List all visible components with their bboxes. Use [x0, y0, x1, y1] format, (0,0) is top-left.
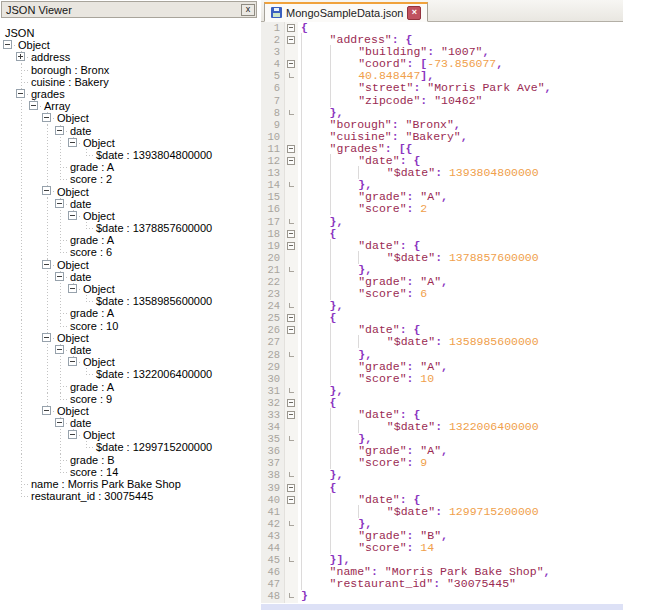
code-line[interactable]: 48} [261, 590, 623, 602]
line-number: 6 [261, 82, 284, 94]
tree-label: grade : A [68, 234, 114, 246]
tree-leaf[interactable]: grade : B [3, 454, 258, 466]
code-line[interactable]: 29 "grade": "A", [261, 361, 623, 373]
fold-collapse-icon[interactable] [287, 36, 295, 44]
fold-margin [284, 203, 298, 215]
tree-indent [55, 356, 68, 368]
tree-leaf[interactable]: cuisine : Bakery [3, 76, 258, 88]
tree-leaf[interactable]: grade : A [3, 307, 258, 319]
fold-collapse-icon[interactable] [287, 60, 295, 68]
collapse-icon[interactable] [16, 89, 25, 98]
fold-collapse-icon[interactable] [287, 145, 295, 153]
tree-leaf[interactable]: $date : 1378857600000 [3, 222, 258, 234]
collapse-icon[interactable] [55, 199, 64, 208]
fold-collapse-icon[interactable] [287, 157, 295, 165]
tree-leaf[interactable]: $date : 1299715200000 [3, 441, 258, 453]
tree-node[interactable]: Array [3, 100, 258, 112]
collapse-icon[interactable] [68, 211, 77, 220]
tree-label: address [29, 51, 70, 63]
fold-collapse-icon[interactable] [287, 314, 295, 322]
collapse-icon[interactable] [55, 126, 64, 135]
tree-leaf[interactable]: grade : A [3, 161, 258, 173]
tree-label: score : 2 [68, 173, 112, 185]
tree-leaf[interactable]: grade : A [3, 234, 258, 246]
panel-close-button[interactable]: x [241, 4, 255, 16]
fold-collapse-icon[interactable] [287, 496, 295, 504]
fold-collapse-icon[interactable] [287, 326, 295, 334]
tree-indent [16, 441, 29, 453]
fold-collapse-icon[interactable] [287, 411, 295, 419]
tree-node[interactable]: Object [3, 405, 258, 417]
tree-node[interactable]: date [3, 198, 258, 210]
tree-node[interactable]: Object [3, 259, 258, 271]
code-line[interactable]: 39 { [261, 482, 623, 494]
fold-margin [284, 530, 298, 542]
tree-node[interactable]: date [3, 344, 258, 356]
tree-node[interactable]: address [3, 51, 258, 63]
tree-node[interactable]: date [3, 271, 258, 283]
collapse-icon[interactable] [42, 333, 51, 342]
tab-mongosampledata[interactable]: MongoSampleData.json × [264, 2, 428, 22]
tree-indent [29, 185, 42, 197]
tree-label: Array [42, 100, 70, 112]
tree-leaf[interactable]: $date : 1322006400000 [3, 368, 258, 380]
tree-node[interactable]: Object [3, 210, 258, 222]
tree-leaf[interactable]: $date : 1358985600000 [3, 295, 258, 307]
tree-leaf[interactable]: grade : A [3, 380, 258, 392]
code-line[interactable]: 30 "score": 10 [261, 373, 623, 385]
collapse-icon[interactable] [55, 345, 64, 354]
tree-leaf[interactable]: score : 10 [3, 320, 258, 332]
tree-leaf[interactable]: score : 14 [3, 466, 258, 478]
tree-node[interactable]: Object [3, 112, 258, 124]
expand-icon[interactable] [16, 52, 25, 61]
horizontal-scrollbar[interactable] [261, 604, 623, 610]
collapse-icon[interactable] [3, 40, 12, 49]
collapse-icon[interactable] [68, 138, 77, 147]
tree-node[interactable]: Object [3, 39, 258, 51]
collapse-icon[interactable] [55, 272, 64, 281]
fold-collapse-icon[interactable] [287, 484, 295, 492]
code-line[interactable]: 16 "score": 2 [261, 203, 623, 215]
tree-label: grade : B [68, 454, 115, 466]
tree-leaf[interactable]: restaurant_id : 30075445 [3, 490, 258, 502]
tree-leaf[interactable]: $date : 1393804800000 [3, 149, 258, 161]
collapse-icon[interactable] [68, 430, 77, 439]
collapse-icon[interactable] [68, 284, 77, 293]
collapse-icon[interactable] [42, 186, 51, 195]
tree-node[interactable]: date [3, 417, 258, 429]
tree-label: Object [81, 210, 115, 222]
collapse-icon[interactable] [68, 357, 77, 366]
tree-leaf[interactable]: score : 2 [3, 173, 258, 185]
tree-node[interactable]: JSON [3, 27, 258, 39]
tree-leaf[interactable]: score : 6 [3, 246, 258, 258]
code-line[interactable]: 27 "$date": 1358985600000 [261, 336, 623, 348]
tree-node[interactable]: Object [3, 185, 258, 197]
fold-collapse-icon[interactable] [287, 399, 295, 407]
tree-node[interactable]: Object [3, 332, 258, 344]
code-line[interactable]: 7 "zipcode": "10462" [261, 95, 623, 107]
code-editor[interactable]: 1{2 "address": {3 "building": "1007",4 "… [261, 22, 623, 603]
fold-collapse-icon[interactable] [287, 242, 295, 250]
code-line[interactable]: 18 { [261, 228, 623, 240]
collapse-icon[interactable] [42, 406, 51, 415]
fold-collapse-icon[interactable] [287, 24, 295, 32]
tab-close-icon[interactable]: × [407, 6, 421, 20]
code-line[interactable]: 17 }, [261, 216, 623, 228]
tree-label: Object [81, 356, 115, 368]
fold-collapse-icon[interactable] [287, 230, 295, 238]
collapse-icon[interactable] [42, 260, 51, 269]
code-line[interactable]: 38 }, [261, 469, 623, 481]
tree-node[interactable]: Object [3, 137, 258, 149]
collapse-icon[interactable] [55, 418, 64, 427]
tree-node[interactable]: Object [3, 283, 258, 295]
tree-node[interactable]: Object [3, 356, 258, 368]
tree-node[interactable]: date [3, 125, 258, 137]
tree-leaf[interactable]: name : Morris Park Bake Shop [3, 478, 258, 490]
collapse-icon[interactable] [42, 113, 51, 122]
tree-leaf[interactable]: score : 9 [3, 393, 258, 405]
code-line[interactable]: 47 "restaurant_id": "30075445" [261, 578, 623, 590]
tree-node[interactable]: grades [3, 88, 258, 100]
tree-node[interactable]: Object [3, 429, 258, 441]
collapse-icon[interactable] [29, 101, 38, 110]
tree-leaf[interactable]: borough : Bronx [3, 64, 258, 76]
